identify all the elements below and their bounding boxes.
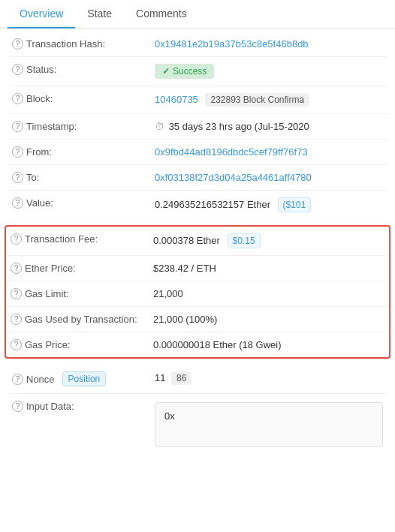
value-timestamp: ⏱ 35 days 23 hrs ago (Jul-15-2020	[155, 121, 383, 132]
row-ether-price: ? Ether Price: $238.42 / ETH	[6, 256, 389, 281]
label-block: ? Block:	[12, 93, 155, 104]
help-icon-block[interactable]: ?	[12, 93, 23, 104]
row-gas-limit: ? Gas Limit: 21,000	[6, 281, 389, 307]
label-timestamp: ? Timestamp:	[12, 121, 155, 132]
help-icon-to[interactable]: ?	[12, 172, 23, 183]
row-block: ? Block: 10460735 232893 Block Confirma	[8, 86, 387, 114]
help-icon-value[interactable]: ?	[12, 197, 23, 209]
clock-icon: ⏱	[155, 121, 164, 132]
row-transaction-hash: ? Transaction Hash: 0x19481e2b19a37b53c8…	[8, 32, 387, 57]
tx-fee-usd-badge: $0.15	[228, 233, 261, 248]
label-gas-price: ? Gas Price:	[11, 339, 153, 350]
from-address-link[interactable]: 0x9fbd44ad8196dbdc5cef79ff76f73	[155, 146, 308, 158]
help-icon-gas-limit[interactable]: ?	[11, 288, 22, 299]
tab-state[interactable]: State	[75, 0, 124, 29]
label-transaction-hash: ? Transaction Hash:	[12, 38, 155, 50]
help-icon-ether-price[interactable]: ?	[11, 263, 22, 274]
row-gas-used: ? Gas Used by Transaction: 21,000 (100%)	[6, 307, 389, 332]
help-icon-gas-used[interactable]: ?	[11, 314, 22, 325]
block-confirmations: 232893 Block Confirma	[205, 93, 309, 107]
help-icon-tx-hash[interactable]: ?	[12, 38, 23, 50]
value-gas-used: 21,000 (100%)	[153, 314, 384, 325]
row-input-data: ? Input Data: 0x	[8, 394, 387, 454]
row-nonce: ? Nonce Position 11 86	[8, 365, 387, 394]
help-icon-from[interactable]: ?	[12, 146, 23, 158]
row-gas-price: ? Gas Price: 0.000000018 Ether (18 Gwei)	[6, 332, 389, 357]
fee-section: ? Transaction Fee: 0.000378 Ether $0.15 …	[5, 225, 390, 359]
row-status: ? Status: Success	[8, 57, 387, 86]
value-transaction-hash: 0x19481e2b19a37b53c8e5f46b8db	[155, 38, 383, 50]
value-gas-limit: 21,000	[153, 288, 384, 299]
row-to: ? To: 0xf03138f27d3d04a25a4461aff4780	[8, 165, 387, 191]
nonce-number-badge: 86	[171, 371, 191, 385]
info-table: ? Transaction Hash: 0x19481e2b19a37b53c8…	[0, 29, 395, 222]
help-icon-status[interactable]: ?	[12, 64, 23, 75]
value-eth-amount: 0.249635216532157 Ether ($101	[155, 197, 383, 212]
label-input-data: ? Input Data:	[12, 401, 155, 412]
label-from: ? From:	[12, 146, 155, 158]
tx-hash-link[interactable]: 0x19481e2b19a37b53c8e5f46b8db	[155, 38, 309, 50]
row-timestamp: ? Timestamp: ⏱ 35 days 23 hrs ago (Jul-1…	[8, 114, 387, 140]
label-status: ? Status:	[12, 64, 155, 75]
row-tx-fee: ? Transaction Fee: 0.000378 Ether $0.15	[6, 227, 389, 256]
help-icon-tx-fee[interactable]: ?	[11, 233, 22, 245]
value-ether-price: $238.42 / ETH	[153, 263, 384, 274]
label-value: ? Value:	[12, 197, 155, 209]
value-input-data: 0x	[155, 401, 383, 447]
help-icon-input-data[interactable]: ?	[12, 401, 23, 412]
tab-bar: Overview State Comments	[0, 0, 395, 29]
help-icon-gas-price[interactable]: ?	[11, 339, 22, 350]
row-from: ? From: 0x9fbd44ad8196dbdc5cef79ff76f73	[8, 140, 387, 165]
block-link[interactable]: 10460735	[155, 94, 198, 105]
label-gas-used: ? Gas Used by Transaction:	[11, 314, 153, 325]
nonce-section: ? Nonce Position 11 86 ? Input Data: 0x	[0, 362, 395, 457]
value-status: Success	[155, 64, 383, 79]
label-tx-fee: ? Transaction Fee:	[11, 233, 153, 245]
value-block: 10460735 232893 Block Confirma	[155, 93, 383, 107]
label-to: ? To:	[12, 172, 155, 183]
status-badge: Success	[155, 64, 214, 79]
row-value: ? Value: 0.249635216532157 Ether ($101	[8, 191, 387, 219]
value-to: 0xf03138f27d3d04a25a4461aff4780	[155, 172, 383, 183]
tab-comments[interactable]: Comments	[124, 0, 199, 29]
value-gas-price: 0.000000018 Ether (18 Gwei)	[153, 339, 384, 350]
tab-overview[interactable]: Overview	[8, 0, 75, 29]
value-nonce: 11 86	[155, 371, 383, 385]
nonce-position-badge: Position	[62, 371, 107, 386]
value-usd-badge: ($101	[278, 197, 312, 212]
help-icon-nonce[interactable]: ?	[12, 374, 23, 385]
label-nonce: ? Nonce Position	[12, 371, 155, 386]
label-ether-price: ? Ether Price:	[11, 263, 153, 274]
to-address-link[interactable]: 0xf03138f27d3d04a25a4461aff4780	[155, 172, 312, 183]
input-data-box[interactable]: 0x	[155, 402, 383, 447]
label-gas-limit: ? Gas Limit:	[11, 288, 153, 299]
value-tx-fee: 0.000378 Ether $0.15	[153, 233, 384, 248]
help-icon-timestamp[interactable]: ?	[12, 121, 23, 132]
value-from: 0x9fbd44ad8196dbdc5cef79ff76f73	[155, 146, 383, 158]
